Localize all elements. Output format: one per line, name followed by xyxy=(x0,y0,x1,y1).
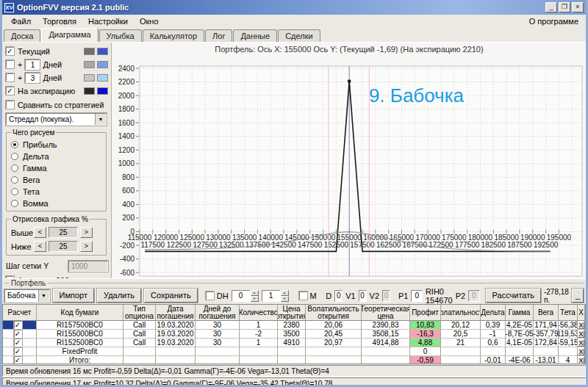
series-checkbox-3[interactable]: ✓ xyxy=(6,87,14,95)
tab-3[interactable]: Калькулятор xyxy=(143,29,204,42)
p1-input[interactable]: 0 xyxy=(411,290,422,302)
table-row[interactable]: ✓RI155000BC0Call19.03.202030-2350020,453… xyxy=(3,330,585,339)
column-header-10[interactable]: Волатильность xyxy=(441,305,481,321)
row-calc-cell-4[interactable]: ✓ xyxy=(3,356,37,364)
table-cell[interactable]: 10,83 xyxy=(410,321,441,330)
table-cell[interactable] xyxy=(123,356,156,364)
table-cell[interactable]: 171,94 xyxy=(534,321,559,330)
table-cell[interactable]: 172,84 xyxy=(534,339,559,347)
table-cell[interactable]: 0,6 xyxy=(481,339,506,347)
series-days-input-2[interactable]: 3 xyxy=(25,73,40,83)
table-cell[interactable]: 20,97 xyxy=(306,339,362,347)
minimize-button[interactable]: _ xyxy=(545,2,557,12)
portfolio-button-1[interactable]: Удалить xyxy=(97,289,141,303)
table-cell[interactable]: -4E-06 xyxy=(506,356,534,364)
column-header-15[interactable]: X xyxy=(578,305,585,321)
calc-margin-button[interactable]: Рассчитать ГО xyxy=(486,289,541,303)
range-increment-button-0[interactable]: > xyxy=(80,227,93,238)
table-cell[interactable] xyxy=(123,347,156,356)
table-cell[interactable]: Call xyxy=(123,321,156,330)
column-header-6[interactable]: Цена открытия xyxy=(278,305,306,321)
row-x-cell-0[interactable]: X xyxy=(578,321,585,330)
dh-spinner-value-1[interactable]: 1 xyxy=(262,290,281,302)
table-cell[interactable]: 4,88 xyxy=(410,339,441,347)
column-header-8[interactable]: Теоретическая цена xyxy=(362,305,410,321)
range-decrement-button-0[interactable]: < xyxy=(34,227,46,238)
table-row[interactable]: ✓Итого:-0,59-0,01-4E-06-13,014X xyxy=(3,356,585,364)
table-cell[interactable]: 1 xyxy=(240,339,278,347)
table-cell[interactable]: 4 xyxy=(559,356,578,364)
table-cell[interactable] xyxy=(362,356,410,364)
column-header-12[interactable]: Гамма xyxy=(506,305,534,321)
compare-strategy-checkbox[interactable] xyxy=(6,101,14,109)
table-cell[interactable]: 21 xyxy=(441,339,481,347)
payoff-chart-svg[interactable]: -600-400-2000200400600800100012001400160… xyxy=(112,54,587,279)
table-cell[interactable] xyxy=(306,356,362,364)
column-header-4[interactable]: Дней до погашения xyxy=(196,305,240,321)
table-cell[interactable]: -1 xyxy=(481,330,506,339)
table-cell[interactable]: Итого: xyxy=(37,356,123,364)
chart-panel[interactable]: Портфель: Ось X: 155000 Ось Y: (Текущий … xyxy=(111,43,587,278)
draw-option-5[interactable]: Вомма xyxy=(11,198,103,209)
table-cell[interactable]: -13,01 xyxy=(534,356,559,364)
table-cell[interactable]: 3500 xyxy=(278,330,306,339)
range-decrement-button-1[interactable]: < xyxy=(34,241,46,252)
row-x-cell-4[interactable]: X xyxy=(578,356,585,364)
column-header-11[interactable]: Дельта xyxy=(481,305,506,321)
table-cell[interactable]: 0 xyxy=(410,347,441,356)
strategy-select[interactable]: Стреддл (покупка). ▼ xyxy=(6,113,107,126)
range-increment-button-1[interactable]: > xyxy=(80,241,93,252)
table-cell[interactable]: -0,01 xyxy=(481,356,506,364)
table-cell[interactable]: 4,1E-05 xyxy=(506,339,534,347)
row-delete-button-2[interactable]: X xyxy=(578,339,584,347)
maximize-button[interactable]: ❐ xyxy=(559,2,570,12)
row-checkbox-2[interactable]: ✓ xyxy=(14,339,22,347)
table-cell[interactable]: 2390,83 xyxy=(362,321,410,330)
table-cell[interactable] xyxy=(156,356,196,364)
table-cell[interactable]: -56,38 xyxy=(559,321,578,330)
row-delete-button-4[interactable]: X xyxy=(578,357,584,364)
table-cell[interactable]: 1 xyxy=(240,321,278,330)
row-delete-button-1[interactable]: X xyxy=(578,330,584,338)
table-row[interactable]: ✓FixedProfit0X xyxy=(3,347,585,356)
draw-option-3[interactable]: Вега xyxy=(11,174,103,186)
table-cell[interactable]: -59,15 xyxy=(559,339,578,347)
tab-6[interactable]: Сделки xyxy=(278,29,320,42)
dh-spinner-value-0[interactable]: 0 xyxy=(232,290,251,302)
column-header-9[interactable]: Профит xyxy=(410,305,441,321)
table-cell[interactable]: -2 xyxy=(240,330,278,339)
preset-select[interactable]: Бабочка ▼ xyxy=(4,289,50,303)
table-cell[interactable] xyxy=(278,356,306,364)
table-cell[interactable]: 4914,88 xyxy=(362,339,410,347)
table-cell[interactable]: 119,53 xyxy=(559,330,578,339)
table-cell[interactable] xyxy=(534,347,559,356)
draw-option-1[interactable]: Дельта xyxy=(11,151,103,162)
table-cell[interactable]: 20,45 xyxy=(306,330,362,339)
row-x-cell-2[interactable]: X xyxy=(578,339,585,347)
row-delete-button-3[interactable]: X xyxy=(578,348,584,355)
draw-option-0[interactable]: Прибыль xyxy=(11,139,103,151)
table-cell[interactable] xyxy=(506,347,534,356)
row-calc-cell-0[interactable]: ✓ xyxy=(3,321,37,330)
table-cell[interactable] xyxy=(481,347,506,356)
table-cell[interactable]: 30 xyxy=(196,330,240,339)
column-header-14[interactable]: Тета xyxy=(559,305,578,321)
portfolio-button-2[interactable]: Сохранить xyxy=(144,289,198,303)
table-cell[interactable]: 19.03.2020 xyxy=(156,330,196,339)
table-cell[interactable]: -16,3 xyxy=(410,330,441,339)
series-checkbox-0[interactable]: ✓ xyxy=(6,47,14,55)
menu-item-0[interactable]: Файл xyxy=(5,15,37,27)
table-cell[interactable]: RI157500BC0 xyxy=(37,321,123,330)
dh-spinner-1[interactable]: 1▲▼ xyxy=(262,290,289,302)
row-calc-cell-3[interactable]: ✓ xyxy=(3,347,37,356)
tab-0[interactable]: Доска xyxy=(4,29,40,42)
table-cell[interactable] xyxy=(278,347,306,356)
table-cell[interactable] xyxy=(196,356,240,364)
table-row[interactable]: ✓RI152500BC0Call19.03.2020301491020,9749… xyxy=(3,339,585,347)
dh-checkbox[interactable] xyxy=(206,292,214,300)
table-cell[interactable]: 3508,15 xyxy=(362,330,410,339)
range-value-1[interactable]: 25 xyxy=(49,241,78,252)
about-menu-item[interactable]: О программе xyxy=(529,17,583,26)
table-cell[interactable]: 4,2E-05 xyxy=(506,321,534,330)
compare-strategy-row[interactable]: Сравнить со стратегией xyxy=(6,98,108,111)
